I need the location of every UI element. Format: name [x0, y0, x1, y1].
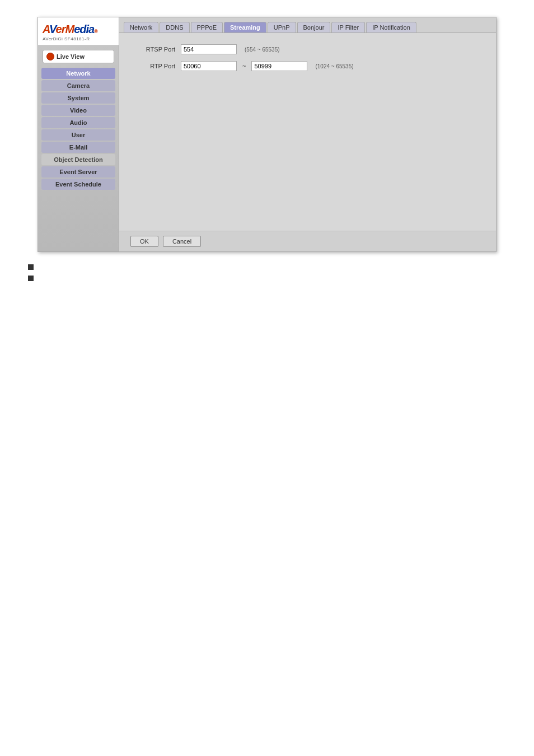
live-view-icon — [46, 53, 54, 60]
tab-ddns[interactable]: DDNS — [160, 22, 189, 32]
cancel-button[interactable]: Cancel — [163, 236, 201, 247]
sidebar-item-email[interactable]: E-Mail — [41, 142, 115, 153]
sidebar-item-audio[interactable]: Audio — [41, 117, 115, 128]
rtp-port-label: RTP Port — [130, 63, 175, 69]
sidebar-item-object-detection[interactable]: Object Detection — [41, 154, 115, 165]
ok-button[interactable]: OK — [130, 236, 158, 247]
rtsp-port-row: RTSP Port (554 ~ 65535) — [130, 44, 485, 54]
sidebar-item-user[interactable]: User — [41, 129, 115, 141]
content-panel: RTSP Port (554 ~ 65535) RTP Port ~ (1024… — [119, 32, 496, 231]
bullet-icon-2 — [28, 276, 34, 281]
sidebar-item-network[interactable]: Network — [41, 68, 115, 79]
sidebar-item-system[interactable]: System — [41, 92, 115, 104]
rtsp-port-label: RTSP Port — [130, 46, 175, 53]
main-content: Network DDNS PPPoE Streaming UPnP Bonjou… — [119, 17, 496, 251]
live-view-button[interactable]: Live View — [43, 50, 114, 63]
logo-area: AVerMedia® AVerDiGi SF48181-R — [38, 17, 119, 45]
sidebar-item-event-schedule[interactable]: Event Schedule — [41, 179, 115, 190]
rtp-port-start-input[interactable] — [181, 61, 237, 71]
tab-upnp[interactable]: UPnP — [268, 22, 296, 32]
tabs-bar: Network DDNS PPPoE Streaming UPnP Bonjou… — [119, 17, 496, 32]
tab-pppoe[interactable]: PPPoE — [191, 22, 223, 32]
tab-ip-filter[interactable]: IP Filter — [331, 22, 365, 32]
rtp-port-separator: ~ — [242, 63, 246, 69]
logo-brand: AVerMedia® — [43, 23, 114, 36]
sidebar-item-event-server[interactable]: Event Server — [41, 166, 115, 178]
live-view-label: Live View — [57, 53, 85, 60]
rtp-port-hint: (1024 ~ 65535) — [315, 63, 353, 69]
tab-bonjour[interactable]: Bonjour — [297, 22, 331, 32]
rtp-port-end-input[interactable] — [251, 61, 307, 71]
rtp-port-row: RTP Port ~ (1024 ~ 65535) — [130, 61, 485, 71]
bullet-item-1 — [28, 263, 523, 270]
page-wrapper: AVerMedia® AVerDiGi SF48181-R Live View … — [0, 0, 534, 302]
app-window: AVerMedia® AVerDiGi SF48181-R Live View … — [38, 17, 496, 252]
tab-network[interactable]: Network — [124, 22, 158, 32]
bullet-item-2 — [28, 274, 523, 281]
rtsp-port-input[interactable] — [181, 44, 237, 54]
tab-ip-notification[interactable]: IP Notification — [366, 22, 416, 32]
sidebar-item-camera[interactable]: Camera — [41, 80, 115, 91]
sidebar-nav: Network Camera System Video Audio User — [38, 66, 119, 192]
rtsp-port-hint: (554 ~ 65535) — [245, 46, 280, 53]
bottom-bar: OK Cancel — [119, 231, 496, 251]
bullet-icon-1 — [28, 264, 34, 270]
sidebar-item-video[interactable]: Video — [41, 105, 115, 116]
bullets-area — [11, 263, 523, 281]
tab-streaming[interactable]: Streaming — [224, 22, 266, 32]
logo-sub: AVerDiGi SF48181-R — [43, 36, 114, 41]
sidebar: AVerMedia® AVerDiGi SF48181-R Live View … — [38, 17, 119, 251]
